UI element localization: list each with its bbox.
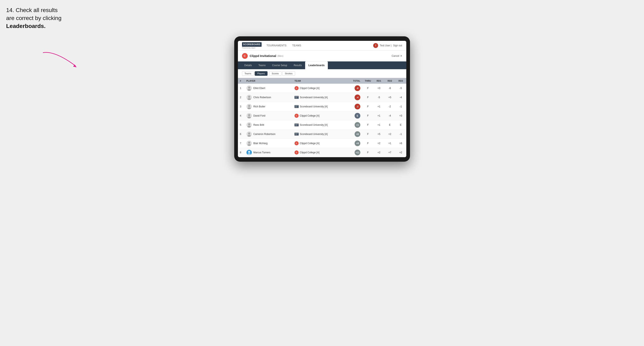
nav-teams[interactable]: TEAMS [292,43,301,48]
cell-rd3: E [395,120,406,129]
cell-thru: F [362,120,374,129]
cell-team: CClippd College [A] [292,148,345,157]
cell-rd2: +5 [384,93,395,102]
team-name: Scoreboard University [A] [300,96,328,99]
col-header-rd2: RD2 [384,78,395,84]
table-row: 5Rees BrittScoreboard University [A]+1F+… [238,120,406,129]
svg-point-19 [248,114,250,116]
svg-rect-27 [295,126,298,126]
cancel-x[interactable]: ✕ [400,54,402,57]
cell-team: CClippd College [A] [292,111,345,120]
cell-rd1: -5 [374,93,384,102]
filter-strokes[interactable]: Strokes [282,71,295,76]
cell-rank: 8 [238,148,244,157]
svg-rect-15 [295,106,298,106]
score-badge: -2 [354,104,360,109]
cell-rd1: +1 [374,102,384,111]
cell-team: Scoreboard University [A] [292,129,345,139]
svg-rect-32 [295,133,298,134]
table-row: 8Marcus TurnersCClippd College [A]+11F+2… [238,148,406,157]
cell-rank: 3 [238,102,244,111]
cell-thru: F [362,139,374,148]
team-logo [294,105,298,108]
score-badge: +11 [354,150,360,155]
team-logo: C [294,141,298,145]
cell-total: +9 [345,139,362,148]
player-name: David Ford [254,114,266,117]
player-avatar [246,141,252,146]
team-logo: C [294,114,298,118]
cell-player: Elliot Ebert [244,84,292,93]
score-badge: +9 [354,141,360,146]
cell-rank: 4 [238,111,244,120]
instruction-line2: are correct by clicking [6,15,62,21]
cell-team: Scoreboard University [A] [292,102,345,111]
nav-tournaments[interactable]: TOURNAMENTS [266,43,286,48]
team-name: Clippd College [A] [300,142,320,145]
score-badge: -4 [354,95,360,100]
cell-rank: 5 [238,120,244,129]
svg-point-22 [248,123,250,125]
team-name: Clippd College [A] [300,151,320,154]
cell-rd3: +3 [395,111,406,120]
cell-rd3: -1 [395,129,406,139]
player-name: Chris Robertson [254,96,271,99]
leaderboard-table: # PLAYER TEAM TOTAL THRU RD1 RD2 RD3 1El… [238,78,406,157]
cell-rd1: +2 [374,139,384,148]
svg-rect-10 [295,98,298,98]
tablet-screen: SCOREBOARD Powered by clippd TOURNAMENTS… [238,41,406,157]
player-name: Blair McHarg [254,142,268,145]
cell-rd3: -5 [395,84,406,93]
tournament-header: C Clippd Invitational (Men) Cancel ✕ [238,51,406,61]
cell-rd3: -1 [395,102,406,111]
nav-links: TOURNAMENTS TEAMS [266,43,373,48]
cell-rd1: +1 [374,111,384,120]
tablet-frame: SCOREBOARD Powered by clippd TOURNAMENTS… [234,36,410,162]
filter-players[interactable]: Players [255,71,268,76]
cell-rd1: +5 [374,129,384,139]
nav-right: T Test User | Sign out [373,43,402,48]
team-name: Scoreboard University [A] [300,105,328,108]
svg-point-29 [248,133,250,135]
cell-total: +11 [345,148,362,157]
cell-team: CClippd College [A] [292,139,345,148]
team-logo [294,124,298,126]
score-badge: E [354,113,360,119]
tabs-bar: Details Teams Course Setup Results Leade… [238,61,406,69]
user-avatar: T [373,43,378,48]
filter-bar: Teams Players Scores Strokes [238,69,406,78]
cell-rd2: E [384,120,395,129]
cell-player: Marcus Turners [244,148,292,157]
player-name: Cameron Robertson [254,133,276,136]
tab-details[interactable]: Details [241,61,255,69]
nav-logo: SCOREBOARD Powered by clippd [242,42,262,49]
svg-point-12 [248,105,250,107]
tab-teams[interactable]: Teams [255,61,269,69]
team-name: Clippd College [A] [300,87,320,90]
cell-total: +6 [345,129,362,139]
filter-scores[interactable]: Scores [269,71,282,76]
svg-rect-34 [295,135,298,135]
svg-rect-9 [295,97,297,98]
instruction-block: 14. Check all results are correct by cli… [6,6,84,30]
svg-point-39 [248,151,250,153]
player-avatar [246,122,252,128]
cell-player: Rich Butler [244,102,292,111]
tab-leaderboards[interactable]: Leaderboards [305,61,328,69]
cell-rd2: -6 [384,84,395,93]
filter-teams[interactable]: Teams [242,71,254,76]
cell-thru: F [362,148,374,157]
cancel-button[interactable]: Cancel [392,54,399,57]
team-logo [294,96,298,99]
cell-thru: F [362,102,374,111]
tab-course-setup[interactable]: Course Setup [269,61,290,69]
player-avatar [246,150,252,155]
tournament-icon: C [242,53,248,59]
col-header-rd1: RD1 [374,78,384,84]
tab-results[interactable]: Results [290,61,305,69]
table-row: 2Chris RobertsonScoreboard University [A… [238,93,406,102]
svg-rect-26 [295,125,297,125]
nav-signout[interactable]: Sign out [393,44,402,47]
cell-rank: 7 [238,139,244,148]
table-row: 7Blair McHargCClippd College [A]+9F+2+1+… [238,139,406,148]
